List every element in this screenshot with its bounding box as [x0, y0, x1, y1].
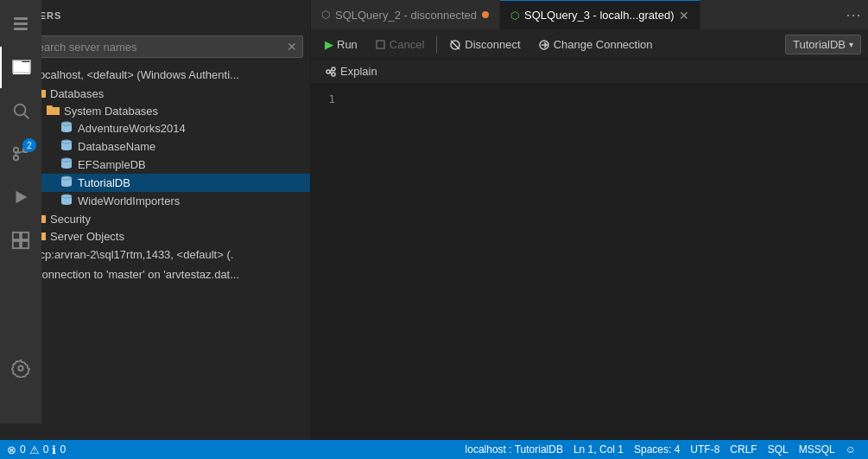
tree-label-adventureworks: AdventureWorks2014: [78, 122, 186, 135]
explorer-icon[interactable]: [0, 47, 41, 88]
database-name: TutorialDB: [793, 38, 846, 51]
warning-icon[interactable]: ⚠: [29, 443, 40, 456]
status-encoding[interactable]: UTF-8: [685, 440, 725, 459]
activity-bar: 2: [0, 0, 41, 424]
svg-point-13: [18, 366, 23, 371]
status-line-ending[interactable]: CRLF: [725, 440, 762, 459]
svg-rect-12: [22, 241, 29, 248]
settings-icon[interactable]: [0, 347, 41, 389]
change-connection-button[interactable]: Change Connection: [531, 35, 660, 54]
run-button[interactable]: ▶ Run: [318, 35, 364, 54]
tab-close-button[interactable]: ✕: [679, 9, 689, 22]
tree-item-localhost[interactable]: ▾ localhost, <default> (Windows Authenti…: [0, 65, 310, 85]
svg-line-44: [330, 72, 332, 74]
svg-rect-2: [14, 28, 28, 30]
sidebar: SERVERS ✕ ▾ localhost, <default> (Window…: [0, 0, 311, 440]
svg-rect-11: [13, 241, 20, 248]
tree-label-wideworldimporters: WideWorldImporters: [78, 194, 180, 207]
run-icon[interactable]: [0, 176, 41, 218]
change-connection-icon: [538, 39, 550, 51]
warning-count: 0: [43, 443, 49, 456]
disconnect-label: Disconnect: [465, 38, 520, 51]
tree-item-adventureworks[interactable]: AdventureWorks2014: [0, 119, 310, 137]
svg-rect-36: [377, 41, 384, 48]
tree-label-databasename: DatabaseName: [78, 140, 155, 153]
tab-dot-sqlquery2: [482, 11, 489, 18]
tree-item-connection-master[interactable]: ▶ connection to 'master' on 'arvtestaz.d…: [0, 265, 310, 284]
tree-label-serverobjects: Server Objects: [50, 230, 124, 243]
tree-item-tcp-server[interactable]: ▶ tcp:arvran-2\sql17rtm,1433, <default> …: [0, 245, 310, 265]
search-icon[interactable]: [0, 90, 41, 131]
database-selector[interactable]: TutorialDB ▾: [785, 35, 861, 54]
files-icon[interactable]: [0, 3, 41, 45]
tree-item-wideworldimporters[interactable]: WideWorldImporters: [0, 192, 310, 210]
status-position[interactable]: Ln 1, Col 1: [568, 440, 629, 459]
feedback-icon: ☺: [846, 443, 856, 456]
svg-point-40: [326, 70, 330, 73]
tab-label-sqlquery2: SQLQuery_2 - disconnected: [335, 9, 477, 22]
status-bar-icons: ⊗ 0 ⚠ 0 ℹ 0: [7, 443, 66, 456]
activity-bar-bottom: [0, 347, 41, 389]
tree-item-databases[interactable]: ▾ Databases: [0, 85, 310, 102]
svg-rect-10: [22, 233, 29, 239]
search-input[interactable]: [30, 41, 287, 54]
tabs-more-button[interactable]: ⋯: [839, 0, 868, 29]
status-flavor[interactable]: MSSQL: [794, 440, 840, 459]
db-icon-efsampledb: [59, 157, 74, 172]
svg-rect-1: [14, 22, 28, 25]
tree-label-tcp-server: tcp:arvran-2\sql17rtm,1433, <default> (.: [36, 248, 233, 261]
dropdown-icon: ▾: [849, 40, 853, 49]
db-icon-databasename: [59, 139, 74, 154]
status-bar: ⊗ 0 ⚠ 0 ℹ 0 localhost : TutorialDB Ln 1,…: [0, 440, 868, 459]
position-text: Ln 1, Col 1: [573, 443, 624, 456]
tree-label-databases: Databases: [50, 87, 104, 100]
info-count: 0: [60, 443, 66, 456]
disconnect-button[interactable]: Disconnect: [442, 35, 527, 54]
tabs-bar: ⬡ SQLQuery_2 - disconnected ⬡ SQLQuery_3…: [311, 0, 868, 30]
server-tree: ▾ localhost, <default> (Windows Authenti…: [0, 65, 310, 440]
encoding-text: UTF-8: [690, 443, 719, 456]
svg-marker-8: [16, 191, 28, 204]
source-control-icon[interactable]: 2: [0, 133, 41, 175]
status-connection[interactable]: localhost : TutorialDB: [460, 440, 568, 459]
sidebar-title: SERVERS: [0, 0, 310, 30]
tree-label-localhost: localhost, <default> (Windows Authenti..…: [36, 68, 239, 81]
db-icon-adventureworks: [59, 121, 74, 136]
status-spaces[interactable]: Spaces: 4: [629, 440, 685, 459]
svg-point-3: [15, 105, 26, 116]
tree-item-security[interactable]: ▶ Security: [0, 210, 310, 227]
tree-label-tutorialdb: TutorialDB: [78, 176, 130, 189]
tree-label-efsampledb: EFSampleDB: [78, 158, 146, 171]
tab-sqlquery2[interactable]: ⬡ SQLQuery_2 - disconnected: [311, 0, 500, 29]
tab-sqlquery3[interactable]: ⬡ SQLQuery_3 - localh...grated) ✕: [500, 0, 700, 29]
line-ending-text: CRLF: [730, 443, 757, 456]
search-clear-button[interactable]: ✕: [287, 40, 297, 54]
tree-item-tutorialdb[interactable]: TutorialDB: [0, 174, 310, 192]
tree-item-serverobjects[interactable]: ▶ Server Objects: [0, 227, 310, 245]
toolbar-separator: [436, 36, 437, 54]
cancel-button[interactable]: Cancel: [368, 35, 431, 54]
line-numbers: 1: [311, 91, 345, 433]
explain-label: Explain: [340, 65, 377, 78]
status-bar-left: ⊗ 0 ⚠ 0 ℹ 0: [7, 443, 69, 456]
explain-icon: [325, 66, 337, 78]
tree-item-systemdb[interactable]: ▶ System Databases: [0, 102, 310, 119]
db-icon-tutorialdb: [59, 175, 74, 190]
error-icon[interactable]: ⊗: [7, 443, 16, 456]
editor-content[interactable]: 1: [311, 84, 868, 440]
tree-label-systemdb: System Databases: [64, 105, 158, 118]
editor-text-area[interactable]: [345, 91, 868, 433]
status-feedback-icon[interactable]: ☺: [840, 440, 861, 459]
explain-button[interactable]: Explain: [318, 62, 384, 80]
extensions-icon[interactable]: [0, 220, 41, 261]
flavor-text: MSSQL: [799, 443, 835, 456]
svg-point-41: [332, 67, 335, 71]
line-number-1: 1: [311, 91, 335, 108]
error-count: 0: [20, 443, 26, 456]
change-connection-label: Change Connection: [554, 38, 653, 51]
tree-item-databasename[interactable]: DatabaseName: [0, 137, 310, 156]
status-language[interactable]: SQL: [763, 440, 794, 459]
info-icon[interactable]: ℹ: [52, 443, 56, 456]
editor-area: ⬡ SQLQuery_2 - disconnected ⬡ SQLQuery_3…: [311, 0, 868, 440]
tree-item-efsampledb[interactable]: EFSampleDB: [0, 156, 310, 174]
